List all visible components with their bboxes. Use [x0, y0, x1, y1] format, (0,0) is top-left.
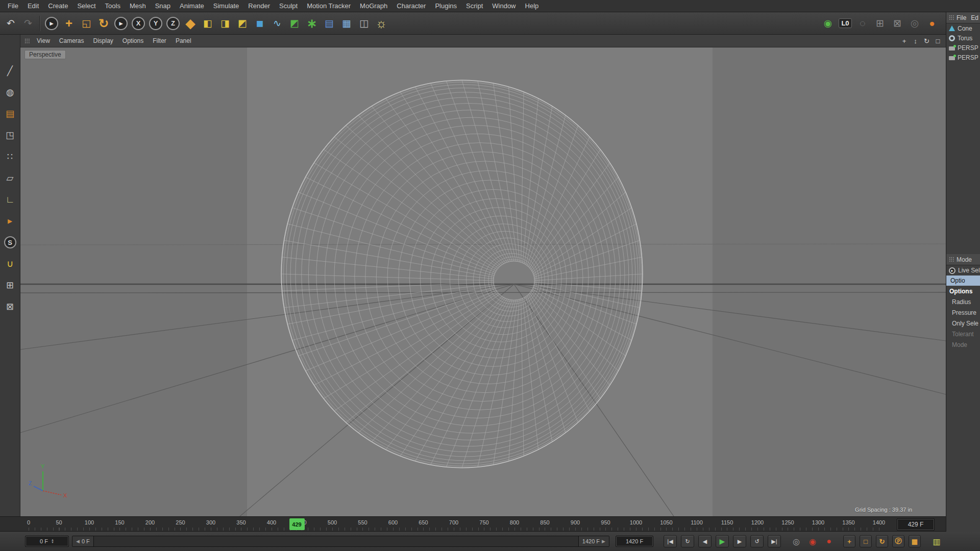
workplane-mode-button[interactable]: ◳ [3, 128, 18, 143]
attribute-field-label[interactable]: Only Sele [946, 318, 980, 329]
menubar-item[interactable]: MoGraph [355, 0, 392, 12]
key-parameter-toggle[interactable]: Ⓟ [892, 535, 904, 547]
menubar-item[interactable]: Script [461, 0, 487, 12]
goto-end-button[interactable]: ▶| [768, 535, 781, 547]
menubar-item[interactable]: Motion Tracker [302, 0, 355, 12]
object-manager-item[interactable]: Cone [946, 23, 980, 33]
key-scale-toggle[interactable]: □ [860, 535, 872, 547]
render-picture-viewer-button[interactable]: ◨ [216, 14, 234, 33]
y-axis-lock[interactable]: Y [147, 14, 164, 33]
timeline-panel-button[interactable]: ▥ [930, 535, 943, 547]
range-end-handle[interactable]: 1420 F ▶ [578, 536, 609, 546]
layer-badge[interactable]: L0 [837, 14, 854, 33]
light-menu[interactable]: ☼ [373, 14, 390, 33]
start-frame-field[interactable]: 0 F ▲▼ [25, 536, 69, 547]
redo-button[interactable]: ↷ [19, 14, 37, 33]
menubar-item[interactable]: Snap [151, 0, 175, 12]
attribute-field-label[interactable]: Tolerant [946, 329, 980, 340]
make-editable-button[interactable]: ╱ [3, 63, 18, 79]
attribute-manager-mode-label[interactable]: Mode [957, 256, 972, 263]
normal-tool-disabled[interactable]: ⊞ [871, 14, 889, 33]
object-manager-item[interactable]: PERSP [946, 43, 980, 53]
viewport-menu-item[interactable]: View [32, 35, 55, 47]
attribute-field-label[interactable]: Pressure [946, 308, 980, 318]
loop-button[interactable]: ↺ [750, 535, 764, 547]
viewport-menu-item[interactable]: Panel [171, 35, 196, 47]
record-keyframe-button[interactable]: ◉ [806, 535, 819, 547]
tab-options[interactable]: Optio [946, 276, 980, 286]
render-settings-button[interactable]: ◩ [234, 14, 251, 33]
range-track[interactable] [94, 536, 578, 546]
keyframe-selection-button[interactable]: ◎ [790, 535, 802, 547]
viewport-label[interactable]: Perspective [24, 50, 66, 59]
attribute-field-label[interactable]: Radius [946, 297, 980, 308]
magnet-tool-disabled[interactable]: ⊠ [889, 14, 906, 33]
last-used-tool[interactable]: ▸ [112, 14, 130, 33]
x-axis-lock[interactable]: X [130, 14, 147, 33]
menubar-item[interactable]: Help [521, 0, 544, 12]
mograph-array-menu[interactable]: ∗ [303, 14, 321, 33]
edges-mode-button[interactable]: ▱ [3, 170, 18, 186]
coordinate-system-toggle[interactable]: ◆ [182, 14, 199, 33]
menubar-item[interactable]: File [3, 0, 23, 12]
soft-selection-button[interactable]: S [3, 235, 18, 250]
generators-menu[interactable]: ◩ [286, 14, 303, 33]
spline-menu[interactable]: ∿ [268, 14, 286, 33]
zoom-view-icon[interactable]: ↕ [912, 37, 919, 45]
enable-snap-button[interactable]: ∪ [3, 256, 18, 271]
timeline-range-slider[interactable]: ◀ 0 F 1420 F ▶ [72, 536, 609, 547]
menubar-item[interactable]: Animate [175, 0, 209, 12]
menubar-item[interactable]: Render [243, 0, 275, 12]
lock-workplane-button[interactable]: ⊞ [3, 278, 18, 293]
align-workplane-button[interactable]: ⊠ [3, 299, 18, 314]
menubar-item[interactable]: Simulate [209, 0, 244, 12]
perspective-viewport[interactable]: Perspective Grid Spacing : 39.37 in Y X … [20, 47, 946, 516]
tweak-mode-button[interactable]: ▸ [3, 213, 18, 229]
environment-menu[interactable]: ▦ [338, 14, 355, 33]
move-tool[interactable]: + [60, 14, 78, 33]
menubar-item[interactable]: Window [487, 0, 520, 12]
object-manager-menu-item[interactable]: File [957, 14, 971, 21]
toggle-view-icon[interactable]: □ [934, 37, 942, 45]
points-mode-button[interactable]: ∷ [3, 149, 18, 164]
menubar-item[interactable]: Mesh [125, 0, 151, 12]
play-button[interactable]: ▶ [716, 535, 729, 547]
key-rotation-toggle[interactable]: ↻ [876, 535, 888, 547]
object-manager-menu-item[interactable]: Ed [971, 14, 980, 21]
live-selection-tool[interactable]: ▸ [43, 14, 60, 33]
end-frame-field[interactable]: 1420 F [616, 536, 653, 547]
key-position-toggle[interactable]: + [843, 535, 855, 547]
axis-tool-disabled[interactable]: ◌ [854, 14, 871, 33]
interface-spheres-button[interactable]: ◉ [819, 14, 837, 33]
z-axis-lock[interactable]: Z [164, 14, 182, 33]
menubar-item[interactable]: Plugins [430, 0, 461, 12]
timeline-playhead[interactable]: 429 [289, 518, 305, 530]
object-manager-item[interactable]: Torus [946, 33, 980, 43]
menubar-item[interactable]: Character [392, 0, 430, 12]
timeline-ruler[interactable]: 0501001502002503003504004505005506006507… [0, 516, 946, 532]
polygons-mode-button[interactable]: ∟ [3, 192, 18, 207]
active-tool-row[interactable]: ▸ Live Sel [946, 265, 980, 276]
menubar-item[interactable]: Tools [101, 0, 125, 12]
autokeying-button[interactable]: ● [823, 535, 835, 547]
viewport-menu-item[interactable]: Cameras [55, 35, 89, 47]
object-manager-item[interactable]: PERSP [946, 53, 980, 62]
viewport-menu-item[interactable]: Filter [148, 35, 171, 47]
key-pla-toggle[interactable]: ▦ [909, 535, 921, 547]
viewport-menu-item[interactable]: Options [118, 35, 148, 47]
viewport-menu-item[interactable]: Display [88, 35, 117, 47]
menubar-item[interactable]: Create [43, 0, 72, 12]
panel-grip-icon[interactable] [24, 38, 30, 44]
next-frame-button[interactable]: ▶ [733, 535, 746, 547]
scale-tool[interactable]: ◱ [78, 14, 95, 33]
range-start-handle[interactable]: ◀ 0 F [72, 536, 94, 546]
previous-frame-button[interactable]: ◀ [698, 535, 712, 547]
camera-menu[interactable]: ◫ [355, 14, 373, 33]
primitive-object-menu[interactable]: ■ [251, 14, 268, 33]
menubar-item[interactable]: Sculpt [275, 0, 302, 12]
plugins-button[interactable]: ● [923, 14, 941, 33]
play-mode-button[interactable]: ↻ [681, 535, 694, 547]
pan-view-icon[interactable]: + [900, 37, 908, 45]
rotate-view-icon[interactable]: ↻ [923, 37, 930, 45]
menubar-item[interactable]: Select [72, 0, 100, 12]
